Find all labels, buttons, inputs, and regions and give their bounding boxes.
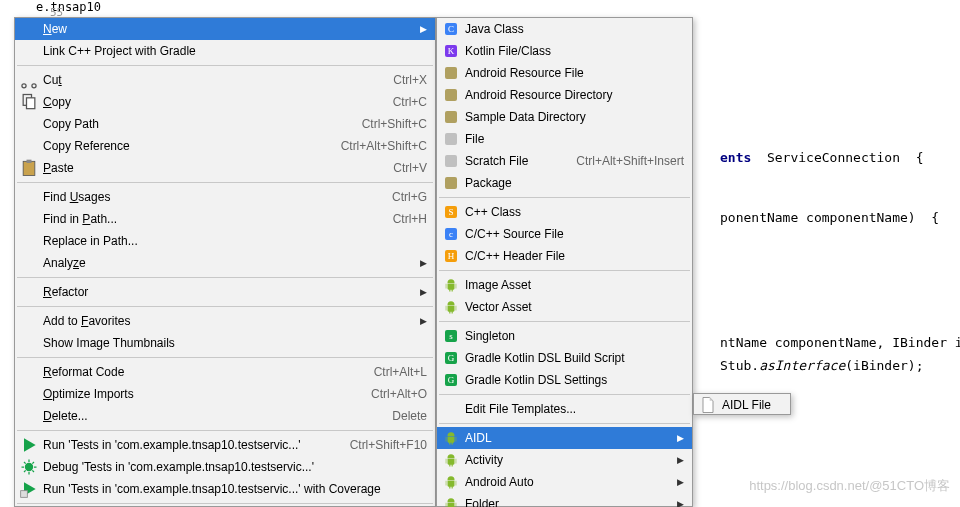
new-submenu-item[interactable]: GGradle Kotlin DSL Settings	[437, 369, 692, 391]
menu-item-shortcut: Ctrl+Alt+Shift+C	[331, 139, 427, 153]
android-icon	[441, 474, 461, 490]
new-submenu[interactable]: CJava ClassKKotlin File/ClassAndroid Res…	[436, 17, 693, 507]
menu-item-shortcut: Ctrl+Alt+Shift+Insert	[566, 154, 684, 168]
menu-item-label: Folder	[461, 497, 674, 507]
submenu-arrow-icon: ▶	[417, 258, 427, 268]
menu-item-shortcut: Ctrl+Alt+O	[361, 387, 427, 401]
menu-item-label: Java Class	[461, 22, 684, 36]
menu-item-label: Cut	[39, 73, 383, 87]
submenu-arrow-icon: ▶	[417, 287, 427, 297]
submenu-arrow-icon: ▶	[674, 433, 684, 443]
menu-item-label: Singleton	[461, 329, 684, 343]
blank-icon	[19, 138, 39, 154]
context-menu-item[interactable]: Run 'Tests in 'com.example.tnsap10.tests…	[15, 434, 435, 456]
svg-rect-5	[27, 160, 32, 163]
aidl-flyout[interactable]: AIDL File	[693, 393, 791, 415]
context-menu[interactable]: New▶Link C++ Project with GradleCutCtrl+…	[14, 17, 436, 507]
menu-item-label: File	[461, 132, 684, 146]
new-submenu-item[interactable]: Android Resource Directory	[437, 84, 692, 106]
svg-point-6	[25, 463, 33, 471]
new-submenu-item[interactable]: Image Asset	[437, 274, 692, 296]
blank-icon	[19, 284, 39, 300]
context-menu-item[interactable]: Link C++ Project with Gradle	[15, 40, 435, 62]
new-submenu-item[interactable]: AIDL▶	[437, 427, 692, 449]
menu-separator	[439, 197, 690, 198]
blank-icon	[19, 313, 39, 329]
menu-item-label: Android Auto	[461, 475, 674, 489]
cut-icon	[19, 72, 39, 88]
context-menu-item[interactable]: CopyCtrl+C	[15, 91, 435, 113]
context-menu-item[interactable]: Find UsagesCtrl+G	[15, 186, 435, 208]
context-menu-item[interactable]: Copy PathCtrl+Shift+C	[15, 113, 435, 135]
new-submenu-item[interactable]: CJava Class	[437, 18, 692, 40]
context-menu-item[interactable]: PasteCtrl+V	[15, 157, 435, 179]
context-menu-item[interactable]: Run 'Tests in 'com.example.tnsap10.tests…	[15, 478, 435, 500]
new-submenu-item[interactable]: Activity▶	[437, 449, 692, 471]
android-icon	[441, 430, 461, 446]
C-badge-icon: C	[445, 23, 457, 35]
aidl-flyout-item[interactable]: AIDL File	[694, 394, 790, 416]
copy-icon	[19, 94, 39, 110]
context-menu-item[interactable]: Debug 'Tests in 'com.example.tnsap10.tes…	[15, 456, 435, 478]
new-submenu-item[interactable]: cC/C++ Source File	[437, 223, 692, 245]
tab-fragment: e.tnsap10	[36, 0, 101, 14]
menu-separator	[439, 321, 690, 322]
new-submenu-item[interactable]: Package	[437, 172, 692, 194]
new-submenu-item[interactable]: Edit File Templates...	[437, 398, 692, 420]
new-submenu-item[interactable]: File	[437, 128, 692, 150]
context-menu-item[interactable]: Reformat CodeCtrl+Alt+L	[15, 361, 435, 383]
menu-item-label: Paste	[39, 161, 383, 175]
menu-item-label: Gradle Kotlin DSL Settings	[461, 373, 684, 387]
menu-separator	[439, 394, 690, 395]
menu-item-label: Scratch File	[461, 154, 566, 168]
new-submenu-item[interactable]: Android Auto▶	[437, 471, 692, 493]
svg-point-0	[22, 84, 26, 88]
new-submenu-item[interactable]: Android Resource File	[437, 62, 692, 84]
new-submenu-item[interactable]: Vector Asset	[437, 296, 692, 318]
context-menu-item[interactable]: New▶	[15, 18, 435, 40]
menu-item-label: Gradle Kotlin DSL Build Script	[461, 351, 684, 365]
menu-item-label: Debug 'Tests in 'com.example.tnsap10.tes…	[39, 460, 427, 474]
menu-item-label: Edit File Templates...	[461, 402, 684, 416]
context-menu-item[interactable]: Analyze▶	[15, 252, 435, 274]
new-submenu-item[interactable]: sSingleton	[437, 325, 692, 347]
new-submenu-item[interactable]: SC++ Class	[437, 201, 692, 223]
menu-separator	[439, 423, 690, 424]
menu-item-label: Android Resource File	[461, 66, 684, 80]
menu-item-label: Package	[461, 176, 684, 190]
new-submenu-item[interactable]: GGradle Kotlin DSL Build Script	[437, 347, 692, 369]
new-submenu-item[interactable]: HC/C++ Header File	[437, 245, 692, 267]
new-submenu-item[interactable]: Scratch FileCtrl+Alt+Shift+Insert	[437, 150, 692, 172]
paste-icon	[19, 160, 39, 176]
submenu-arrow-icon: ▶	[674, 499, 684, 507]
context-menu-item[interactable]: Delete...Delete	[15, 405, 435, 427]
context-menu-item[interactable]: CutCtrl+X	[15, 69, 435, 91]
menu-item-label: Run 'Tests in 'com.example.tnsap10.tests…	[39, 438, 340, 452]
context-menu-item[interactable]: Add to Favorites▶	[15, 310, 435, 332]
S-badge-icon: S	[445, 206, 457, 218]
menu-item-label: Optimize Imports	[39, 387, 361, 401]
menu-item-label: Copy Reference	[39, 139, 331, 153]
context-menu-item[interactable]: Optimize ImportsCtrl+Alt+O	[15, 383, 435, 405]
menu-item-label: Analyze	[39, 256, 417, 270]
blank-icon	[19, 189, 39, 205]
menu-item-shortcut: Ctrl+G	[382, 190, 427, 204]
menu-item-shortcut: Ctrl+Alt+L	[364, 365, 427, 379]
new-submenu-item[interactable]: Sample Data Directory	[437, 106, 692, 128]
menu-item-label: Reformat Code	[39, 365, 364, 379]
menu-separator	[17, 306, 433, 307]
new-submenu-item[interactable]: Folder▶	[437, 493, 692, 507]
new-submenu-item[interactable]: KKotlin File/Class	[437, 40, 692, 62]
blank-icon	[19, 408, 39, 424]
context-menu-item[interactable]: Copy ReferenceCtrl+Alt+Shift+C	[15, 135, 435, 157]
menu-item-label: Show Image Thumbnails	[39, 336, 427, 350]
context-menu-item[interactable]: Refactor▶	[15, 281, 435, 303]
context-menu-item[interactable]: Replace in Path...	[15, 230, 435, 252]
menu-item-label: Run 'Tests in 'com.example.tnsap10.tests…	[39, 482, 427, 496]
folder-badge-icon	[445, 89, 457, 101]
context-menu-item[interactable]: Show Image Thumbnails	[15, 332, 435, 354]
menu-item-label: Copy Path	[39, 117, 352, 131]
submenu-arrow-icon: ▶	[674, 455, 684, 465]
menu-separator	[17, 357, 433, 358]
context-menu-item[interactable]: Find in Path...Ctrl+H	[15, 208, 435, 230]
